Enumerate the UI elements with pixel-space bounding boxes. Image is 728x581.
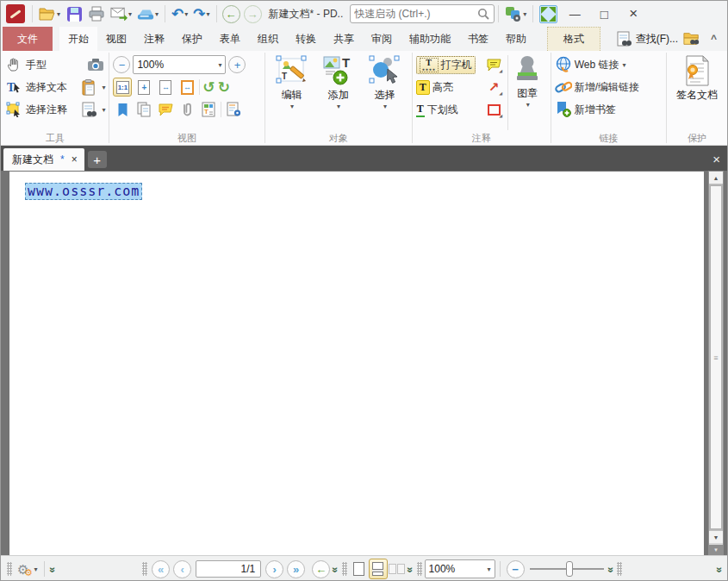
comments-pane-button[interactable] — [156, 100, 175, 119]
minimize-button[interactable]: — — [560, 3, 589, 24]
add-edit-link-button[interactable]: 新增/编辑链接 — [555, 76, 663, 98]
layout-expand-button[interactable]: » — [404, 565, 416, 573]
tab-comment[interactable]: 注释 — [135, 27, 173, 51]
options-button[interactable]: ⚙⚙ ▾ — [15, 559, 40, 579]
history-forward-button[interactable]: → — [244, 5, 262, 23]
dropdown-icon[interactable]: ▾ — [102, 106, 105, 114]
zoom-in-button[interactable]: + — [228, 56, 246, 73]
add-object-button[interactable]: T 添加 ▾ — [315, 53, 362, 132]
zoom-slider[interactable] — [530, 560, 604, 578]
tab-review[interactable]: 审阅 — [363, 27, 401, 51]
typewriter-button[interactable]: T ●●●● 打字机 — [416, 56, 476, 74]
tab-share[interactable]: 共享 — [325, 27, 363, 51]
close-document-button[interactable]: × — [712, 152, 720, 166]
fullscreen-button[interactable] — [537, 3, 560, 24]
dropdown-icon[interactable]: ▾ — [34, 565, 37, 573]
print-button[interactable] — [85, 3, 108, 24]
tab-convert[interactable]: 转换 — [287, 27, 325, 51]
rotate-cw-button[interactable]: ↻ — [218, 78, 230, 97]
dropdown-icon[interactable]: ▾ — [207, 10, 210, 18]
undo-button[interactable]: ↶ ▾ — [169, 3, 190, 24]
dropdown-icon[interactable]: ▾ — [102, 84, 105, 91]
previous-view-button[interactable]: ← — [312, 560, 330, 578]
rectangle-tool-button[interactable]: ◢ — [484, 100, 503, 119]
snapshot-button[interactable] — [86, 55, 105, 74]
scroll-down-button[interactable]: ▼ — [709, 530, 723, 543]
scroll-up-button[interactable]: ▲ — [709, 172, 723, 184]
dropdown-icon[interactable]: ▾ — [523, 10, 526, 18]
dropdown-icon[interactable]: ▾ — [57, 10, 60, 18]
vertical-scrollbar[interactable]: ▲ ≡ ▼ ▼ — [708, 171, 724, 555]
select-comments-button[interactable] — [4, 100, 23, 119]
dropdown-icon[interactable]: ▾ — [128, 10, 132, 18]
fit-width-button[interactable]: ↔ — [156, 78, 175, 97]
tab-close-icon[interactable]: × — [72, 153, 78, 166]
stamp-button[interactable]: 图章 ▾ — [508, 53, 547, 132]
underline-label[interactable]: 下划线 — [427, 103, 458, 117]
open-file-button[interactable]: ▾ — [36, 3, 63, 24]
view-history-expand-button[interactable]: » — [330, 565, 342, 573]
dropdown-icon[interactable]: ▾ — [184, 10, 188, 18]
content-pane-button[interactable]: T — [199, 100, 218, 119]
edit-object-button[interactable]: T 编辑 ▾ — [269, 53, 315, 132]
scrollbar-thumb[interactable]: ≡ — [710, 185, 722, 529]
web-link-button[interactable]: Web 链接 ▾ — [555, 53, 663, 76]
statusbar-zoom-out-button[interactable]: − — [507, 560, 525, 578]
add-bookmark-button[interactable]: 新增书签 — [555, 98, 663, 121]
pdf-page[interactable]: www.osssr.com — [9, 172, 704, 555]
tab-view[interactable]: 视图 — [97, 27, 135, 51]
previous-page-button[interactable]: ‹ — [173, 560, 191, 578]
scanner-button[interactable]: ▾ — [134, 3, 161, 24]
search-documents-button[interactable] — [79, 100, 98, 119]
tab-organize[interactable]: 组织 — [249, 27, 287, 51]
tab-home[interactable]: 开始 — [59, 27, 97, 51]
ui-options-button[interactable]: ▾ — [502, 3, 529, 24]
bookmarks-pane-button[interactable] — [113, 100, 132, 119]
hand-tool-button[interactable] — [4, 55, 23, 74]
find-in-files-button[interactable] — [683, 30, 700, 47]
statusbar-zoom-combo[interactable]: 100% ▾ — [425, 559, 495, 578]
tab-format[interactable]: 格式 — [547, 27, 600, 51]
fit-visible-button[interactable]: ↔ — [177, 78, 196, 97]
page-number-field[interactable]: 1/1 — [196, 560, 261, 578]
history-back-button[interactable]: ← — [222, 5, 240, 23]
paste-button[interactable] — [79, 78, 98, 97]
fit-page-button[interactable]: + — [134, 78, 153, 97]
attachments-pane-button[interactable] — [177, 100, 196, 119]
zoom-level-combo[interactable]: 100% ▾ — [133, 55, 226, 74]
actual-size-button[interactable]: 1:1 — [113, 78, 132, 97]
select-text-button[interactable]: T — [4, 78, 23, 97]
tab-protect[interactable]: 保护 — [173, 27, 211, 51]
tab-form[interactable]: 表单 — [211, 27, 249, 51]
rotate-ccw-button[interactable]: ↺ — [202, 78, 215, 97]
email-button[interactable]: ▾ — [108, 3, 134, 24]
single-page-layout-button[interactable] — [350, 559, 369, 579]
thumbnails-pane-button[interactable] — [134, 100, 153, 119]
zoom-out-button[interactable]: − — [113, 56, 130, 73]
statusbar-expand-button[interactable]: » — [714, 565, 726, 573]
continuous-layout-button[interactable] — [369, 559, 388, 579]
tab-accessibility[interactable]: 辅助功能 — [401, 27, 459, 51]
collapse-ribbon-button[interactable]: ^ — [706, 33, 722, 45]
page-properties-button[interactable] — [224, 100, 243, 119]
close-button[interactable]: × — [619, 3, 648, 24]
maximize-button[interactable]: □ — [589, 3, 619, 24]
expand-toolbar-button[interactable]: » — [47, 565, 59, 573]
zoom-expand-button[interactable]: » — [605, 565, 617, 573]
find-button[interactable]: 查找(F)... — [616, 30, 678, 47]
redo-button[interactable]: ↷ ▾ — [190, 3, 212, 24]
quick-launch-input[interactable] — [354, 8, 476, 20]
dropdown-icon[interactable]: ▾ — [155, 10, 159, 18]
last-page-button[interactable]: » — [287, 560, 305, 578]
quick-launch-box[interactable] — [350, 4, 495, 23]
typewriter-text-selection[interactable]: www.osssr.com — [25, 183, 142, 200]
first-page-button[interactable]: « — [152, 560, 170, 578]
sign-document-button[interactable]: 签名文档 — [670, 53, 724, 132]
tab-file[interactable]: 文件 — [3, 27, 53, 51]
tab-help[interactable]: 帮助 — [497, 27, 535, 51]
save-button[interactable] — [63, 3, 85, 24]
zoom-slider-handle[interactable] — [566, 561, 573, 577]
highlight-label[interactable]: 高亮 — [432, 80, 453, 95]
sticky-note-button[interactable]: ◢ — [484, 55, 503, 74]
new-tab-button[interactable]: + — [88, 151, 107, 168]
